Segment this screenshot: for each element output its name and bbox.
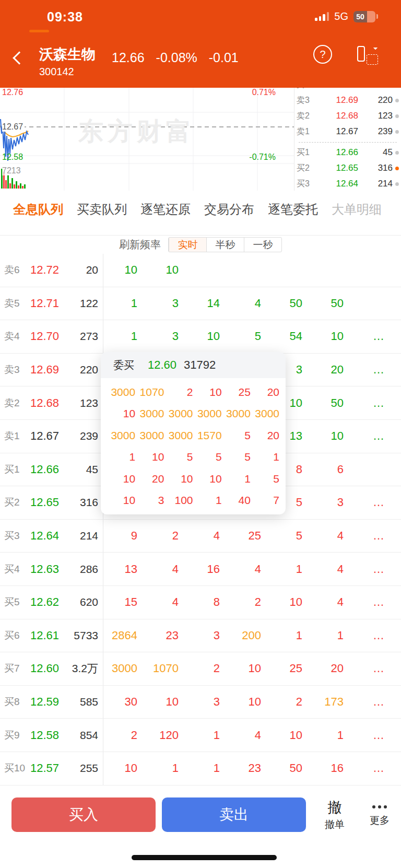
more-ellipsis[interactable]: …	[351, 729, 401, 742]
tab[interactable]: 交易分布	[204, 201, 254, 218]
tab[interactable]: 大单明细	[332, 201, 382, 218]
popup-order-volume: 7	[252, 494, 281, 507]
queued-order-volume: 10	[145, 695, 186, 709]
queued-order-volume: 20	[310, 363, 351, 377]
queued-order-volume: 200	[227, 629, 268, 642]
watermark: 东方财富	[78, 115, 195, 148]
popup-order-volume: 3000	[108, 429, 137, 442]
refresh-option[interactable]: 一秒	[244, 238, 281, 252]
level-price: 12.64	[30, 529, 71, 543]
more-ellipsis[interactable]: …	[351, 429, 401, 443]
sell-button[interactable]: 卖出	[162, 797, 306, 832]
level-price: 12.57	[30, 761, 71, 775]
popup-order-volume: 5	[166, 451, 194, 463]
popup-order-row: 1 10 5 5 5 1	[108, 447, 281, 468]
tab[interactable]: 买卖队列	[77, 201, 127, 218]
popup-order-volume: 100	[166, 494, 194, 507]
book-divider	[299, 142, 397, 143]
queue-dot	[393, 167, 401, 170]
order-book-row[interactable]: 买5 12.62 620 15 4 8 2 10 4	[0, 586, 401, 619]
cancel-order-button[interactable]: 撤 撤单	[316, 798, 353, 831]
level-volume: 123	[71, 397, 98, 409]
more-ellipsis[interactable]: …	[351, 396, 401, 410]
order-book-row[interactable]: 买3 12.64 214 9 2 4 25 5 4	[0, 520, 401, 553]
queued-order-volume: 3	[310, 496, 351, 509]
more-ellipsis[interactable]: …	[351, 496, 401, 509]
more-ellipsis[interactable]: …	[351, 562, 401, 576]
home-indicator[interactable]	[132, 855, 277, 860]
order-book-row[interactable]: 买8 12.59 585 30 10 3 10 2 17	[0, 686, 401, 719]
order-book-row[interactable]: 买4 12.63 286 13 4 16 4 1 4	[0, 553, 401, 586]
order-book-row[interactable]: 卖4 12.70 273 1 3 10 5 54 10	[0, 320, 401, 354]
refresh-frequency-label: 刷新频率	[119, 238, 161, 252]
queued-order-volume: 173	[310, 695, 351, 709]
refresh-option[interactable]: 实时	[169, 238, 206, 252]
mini-ask-row[interactable]: 卖1 12.67 239	[294, 124, 401, 139]
level-volume: 585	[71, 696, 98, 708]
more-ellipsis[interactable]: …	[351, 629, 401, 642]
more-button[interactable]: 更多	[361, 802, 398, 827]
mini-ask-row[interactable]: 卖3 12.69 220	[294, 92, 401, 108]
order-queue: 1 3 14 4 50 50	[103, 287, 351, 320]
more-ellipsis[interactable]: …	[351, 529, 401, 543]
battery-nub	[376, 14, 378, 19]
level-label: 买2	[4, 496, 30, 509]
mini-bid-row[interactable]: 买2 12.65 316	[294, 160, 401, 176]
order-book-row[interactable]: 卖6 12.72 20 10 10	[0, 254, 401, 287]
mini-bid-row[interactable]: 买1 12.66 45	[294, 145, 401, 160]
buy-button[interactable]: 买入	[11, 797, 156, 832]
queued-order-volume: 1	[186, 761, 227, 775]
popup-order-volume: 3000	[166, 429, 194, 442]
order-queue: 15 4 8 2 10 4	[103, 586, 351, 619]
tab[interactable]: 逐笔还原	[140, 201, 191, 218]
order-queue: 13 4 16 4 1 4	[103, 553, 351, 585]
more-ellipsis[interactable]: …	[351, 363, 401, 377]
level-volume: 20	[71, 264, 98, 276]
mini-ask-row[interactable]: 卖2 12.68 123	[294, 108, 401, 124]
more-ellipsis[interactable]: …	[351, 761, 401, 775]
tab[interactable]: 逐笔委托	[268, 201, 318, 218]
more-ellipsis[interactable]: …	[351, 662, 401, 675]
queued-order-volume: 10	[310, 330, 351, 343]
queued-order-volume: 4	[227, 562, 268, 576]
order-detail-popup[interactable]: 委买 12.60 31792 3000 1070 2 10 25	[101, 352, 286, 514]
rotate-landscape-icon[interactable]	[357, 45, 378, 65]
queued-order-volume: 9	[103, 529, 145, 543]
queue-dot	[393, 99, 401, 102]
level-volume: 45	[71, 463, 98, 476]
help-icon[interactable]: ?	[313, 45, 332, 64]
level-volume: 239	[358, 126, 393, 137]
more-ellipsis[interactable]: …	[351, 330, 401, 343]
more-ellipsis[interactable]: …	[351, 595, 401, 609]
popup-order-volume: 3000	[252, 407, 281, 420]
queued-order-volume: 30	[103, 695, 145, 709]
order-book-row[interactable]: 买7 12.60 3.2万 3000 1070 2 10 25	[0, 652, 401, 686]
queued-order-volume: 5	[227, 330, 268, 343]
popup-header: 委买 12.60 31792	[101, 352, 286, 378]
back-chevron-icon[interactable]	[13, 51, 26, 64]
price-summary: 12.66 -0.08% -0.01	[112, 50, 239, 65]
mini-bid-row[interactable]: 买3 12.64 214	[294, 176, 401, 192]
level-price: 12.69	[317, 95, 358, 105]
popup-order-volume: 10	[166, 473, 194, 485]
queued-order-volume: 2	[268, 695, 310, 709]
more-ellipsis[interactable]: …	[351, 695, 401, 709]
popup-order-volume: 10	[108, 473, 137, 485]
order-book-row[interactable]: 买9 12.58 854 2 120 1 4 10 1	[0, 719, 401, 752]
level-price: 12.65	[30, 496, 71, 509]
level-volume: 854	[71, 729, 98, 742]
queued-order-volume: 50	[310, 396, 351, 410]
level-volume: 255	[71, 762, 98, 775]
bottom-action-bar: 买入 卖出 撤 撤单 更多	[0, 789, 401, 841]
order-book-row[interactable]: 买10 12.57 255 10 1 1 23 50 1	[0, 752, 401, 785]
tab[interactable]: 全息队列	[13, 201, 63, 218]
mini-order-book[interactable]: 卖4 12.70 273 卖3 12.69 220 卖	[294, 88, 401, 191]
intraday-chart[interactable]: 东方财富 12.76 12.67 12.58 7213 0.71% -0.71%…	[0, 88, 401, 191]
order-book-row[interactable]: 卖5 12.71 122 1 3 14 4 50 50	[0, 287, 401, 321]
level-price: 12.60	[30, 662, 71, 675]
queued-order-volume: 1	[268, 562, 310, 576]
order-book-row[interactable]: 买6 12.61 5733 2864 23 3 200 1	[0, 619, 401, 653]
queued-order-volume: 4	[227, 297, 268, 310]
refresh-option[interactable]: 半秒	[206, 238, 244, 252]
refresh-frequency-row: 刷新频率 实时 半秒 一秒	[0, 235, 401, 254]
